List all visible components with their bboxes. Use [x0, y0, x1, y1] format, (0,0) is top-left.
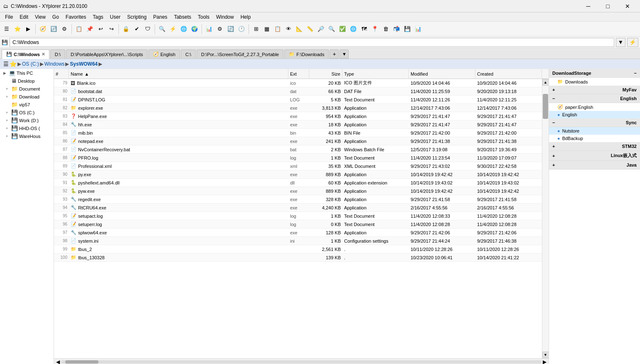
tab-4[interactable]: C:\ — [181, 49, 196, 59]
col-header-ext[interactable]: Ext — [288, 69, 309, 79]
tab-6[interactable]: 📁 F:\Downloads — [284, 49, 329, 59]
menu-item-edit[interactable]: Edit — [16, 12, 32, 22]
hscroll-thumb[interactable] — [65, 360, 98, 364]
tree-item-documents[interactable]: + 📁 Document — [0, 85, 54, 93]
file-list[interactable]: 79 🖼 Blank.ico ico 20 KB ICO 图片文件 10/9/2… — [54, 79, 542, 358]
rp-section-downloadstorage[interactable]: DownloadStorage − — [549, 69, 640, 78]
menu-item-window[interactable]: Window — [213, 12, 237, 22]
tree-item-download[interactable]: + 📁 Download — [0, 93, 54, 101]
toolbar-extra2-icon[interactable]: 📏 — [305, 23, 315, 35]
file-scroll-vertical[interactable]: ▲ ▼ — [542, 79, 549, 358]
menu-item-user[interactable]: User — [107, 12, 124, 22]
menu-item-panes[interactable]: Panes — [150, 12, 171, 22]
toolbar-redo-icon[interactable]: ↪ — [106, 23, 116, 35]
scroll-v-thumb[interactable] — [543, 94, 548, 119]
table-row[interactable]: 86 📝 notepad.exe exe 241 KB Application … — [54, 137, 542, 145]
toolbar-view-icon[interactable]: 👁 — [283, 23, 293, 35]
toolbar-extra12-icon[interactable]: 📊 — [413, 23, 423, 35]
toolbar-check-icon[interactable]: ✔ — [132, 23, 142, 35]
menu-item-go[interactable]: Go — [49, 12, 62, 22]
toolbar-layout-icon[interactable]: ▦ — [262, 23, 272, 35]
toolbar-gear-icon[interactable]: ⚙ — [215, 23, 225, 35]
tab-1[interactable]: D:\ — [50, 49, 65, 59]
tab-2[interactable]: D:\PortableApps\XYplorer\...\Scripts — [66, 49, 148, 59]
toolbar-search-icon[interactable]: 🔍 — [157, 23, 167, 35]
tree-item-workd[interactable]: + 💾 Work (D:) — [0, 116, 54, 124]
table-row[interactable]: 80 📄 bootstat.dat dat 66 KB DAT File 11/… — [54, 87, 542, 96]
rp-item-english[interactable]: ● English — [549, 111, 640, 118]
scroll-up-arrow[interactable]: ▲ — [542, 79, 549, 86]
table-row[interactable]: 87 📄 NvContainerRecovery.bat bat 2 KB Wi… — [54, 145, 542, 154]
tab-menu-button[interactable]: ▼ — [340, 49, 349, 59]
menu-item-help[interactable]: Help — [237, 12, 254, 22]
toolbar-table-icon[interactable]: 📋 — [273, 23, 283, 35]
toolbar-copy-icon[interactable]: 📋 — [74, 23, 84, 35]
rp-item-paper-english[interactable]: 🧭 paper:English — [549, 103, 640, 111]
table-row[interactable]: 98 📄 system.ini ini 1 KB Configuration s… — [54, 237, 542, 245]
toolbar-clock-icon[interactable]: 🕐 — [236, 23, 246, 35]
tab-5[interactable]: D:\Por...\ScreenToGif_2.27.3_Portable — [197, 49, 283, 59]
tab-add-button[interactable]: + — [330, 49, 339, 59]
table-row[interactable]: 90 🐍 py.exe exe 889 KB Application 10/14… — [54, 170, 542, 179]
hscroll-track[interactable] — [61, 360, 542, 364]
toolbar-globe-icon[interactable]: 🌍 — [190, 23, 199, 35]
table-row[interactable]: 81 📝 DPINST.LOG LOG 5 KB Text Document 1… — [54, 96, 542, 104]
table-row[interactable]: 92 🐍 pyw.exe exe 889 KB Application 10/1… — [54, 187, 542, 195]
toolbar-sync-icon[interactable]: 🔄 — [226, 23, 236, 35]
hscroll[interactable]: ◀ ▶ — [54, 358, 549, 364]
menu-item-favorites[interactable]: Favorites — [62, 12, 89, 22]
rp-section-english[interactable]: − English — [549, 94, 640, 103]
tree-item-thispc[interactable]: ▶ 💻 This PC — [0, 69, 54, 77]
rp-section-myfav[interactable]: + MyFav — [549, 86, 640, 94]
toolbar-extra10-icon[interactable]: 📬 — [391, 23, 401, 35]
table-row[interactable]: 93 🔧 regedit.exe exe 328 KB Application … — [54, 195, 542, 204]
rp-item-downloads[interactable]: 📁 Downloads — [549, 78, 640, 86]
menu-item-tabsets[interactable]: Tabsets — [171, 12, 194, 22]
menu-item-scripting[interactable]: Scripting — [124, 12, 150, 22]
breadcrumb-part-os[interactable]: OS (C:) — [22, 61, 39, 67]
toolbar-arrow-icon[interactable]: ▶ — [23, 23, 33, 35]
table-row[interactable]: 100 📁 tbus_130328 139 KB . 10/23/2020 10… — [54, 253, 542, 262]
tree-item-vip57[interactable]: 📁 vip57 — [0, 101, 54, 108]
table-row[interactable]: 82 📁 explorer.exe exe 3,813 KB Applicati… — [54, 104, 542, 112]
rp-section-linux[interactable]: + Linux嵌入式 — [549, 151, 640, 161]
tab-3[interactable]: 🧭 English — [148, 49, 180, 59]
toolbar-nav-icon[interactable]: ☰ — [2, 23, 12, 35]
toolbar-tree-icon[interactable]: 📊 — [204, 23, 214, 35]
table-row[interactable]: 97 🔧 splwow64.exe exe 128 KB Application… — [54, 229, 542, 237]
tab-0[interactable]: 💾 C:\Windows ✕ — [2, 49, 49, 59]
toolbar-extra9-icon[interactable]: 🗑 — [381, 23, 391, 35]
table-row[interactable]: 83 ❓ HelpPane.exe exe 954 KB Application… — [54, 112, 542, 121]
breadcrumb-part-windows[interactable]: Windows — [44, 61, 65, 67]
menu-item-view[interactable]: View — [32, 12, 49, 22]
tree-item-osc[interactable]: + 💾 OS (C:) — [0, 108, 54, 116]
toolbar-extra3-icon[interactable]: 🔎 — [316, 23, 326, 35]
toolbar-extra-icon[interactable]: 📐 — [294, 23, 304, 35]
col-header-name[interactable]: Name ▲ — [69, 69, 288, 79]
rp-item-bdbackup[interactable]: ● BdBackup — [549, 135, 640, 142]
toolbar-extra11-icon[interactable]: 💾 — [402, 23, 412, 35]
rp-section-java[interactable]: + Java — [549, 161, 640, 170]
toolbar-extra8-icon[interactable]: 📍 — [370, 23, 380, 35]
address-drive[interactable]: C:\Windows — [12, 39, 39, 45]
maximize-button[interactable]: □ — [598, 0, 617, 12]
toolbar-extra7-icon[interactable]: 🗺 — [359, 23, 369, 35]
table-row[interactable]: 99 📁 tbus_2 2,561 KB . 10/11/2020 12:28:… — [54, 245, 542, 253]
table-row[interactable]: 89 📄 Professional.xml xml 35 KB XML Docu… — [54, 162, 542, 170]
rp-section-stm32[interactable]: + STM32 — [549, 142, 640, 151]
table-row[interactable]: 94 🔧 RtCRU64.exe exe 4,240 KB Applicatio… — [54, 204, 542, 212]
tree-item-desktop[interactable]: 🖥 Desktop — [0, 77, 54, 85]
toolbar-extra4-icon[interactable]: 🔍 — [327, 23, 337, 35]
hscroll-right-arrow[interactable]: ▶ — [542, 359, 548, 364]
col-header-num[interactable]: # — [54, 69, 69, 79]
toolbar-refresh-icon[interactable]: 🔃 — [49, 23, 59, 35]
hscroll-left-arrow[interactable]: ◀ — [55, 359, 61, 364]
address-dropdown-btn[interactable]: ▼ — [616, 38, 625, 47]
table-row[interactable]: 88 📝 PFRO.log log 1 KB Text Document 11/… — [54, 154, 542, 162]
table-row[interactable]: 79 🖼 Blank.ico ico 20 KB ICO 图片文件 10/9/2… — [54, 79, 542, 87]
toolbar-undo-icon[interactable]: ↩ — [96, 23, 106, 35]
toolbar-filter2-icon[interactable]: 🌐 — [179, 23, 189, 35]
toolbar-filter-icon[interactable]: ⚡ — [168, 23, 178, 35]
toolbar-extra6-icon[interactable]: 🌐 — [348, 23, 358, 35]
col-header-created[interactable]: Created — [475, 69, 542, 79]
